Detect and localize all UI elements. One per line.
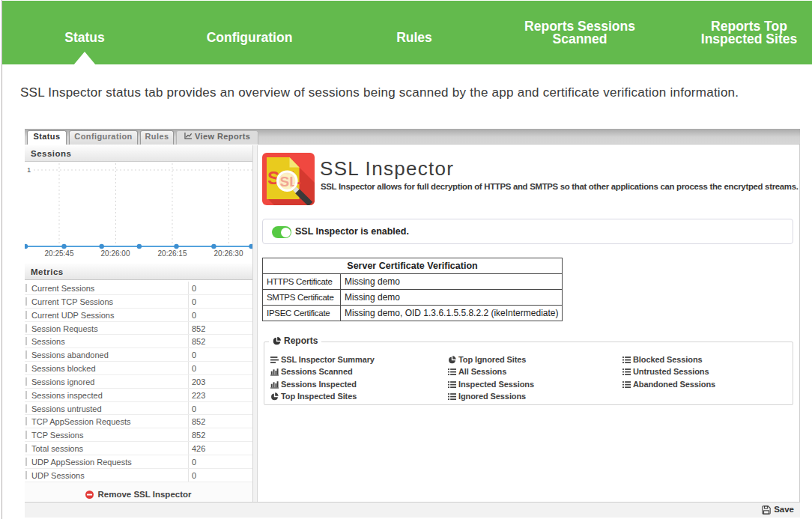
svg-text:20:26:15: 20:26:15 xyxy=(158,249,187,258)
svg-text:1: 1 xyxy=(27,166,31,174)
svg-text:20:26:30: 20:26:30 xyxy=(214,249,243,258)
svg-text:20:25:45: 20:25:45 xyxy=(45,249,74,258)
svg-text:20:26:00: 20:26:00 xyxy=(101,249,130,258)
